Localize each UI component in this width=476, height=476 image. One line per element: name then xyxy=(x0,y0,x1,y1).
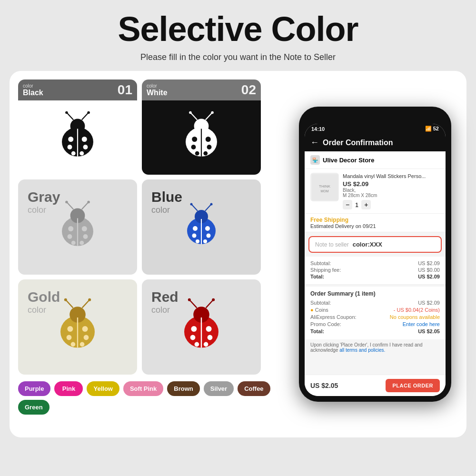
svg-line-35 xyxy=(67,203,73,209)
note-value: color:XXX xyxy=(353,241,382,248)
total-label: Total: xyxy=(310,274,324,279)
terms-link[interactable]: all terms and policies. xyxy=(339,347,385,353)
svg-point-6 xyxy=(83,145,88,149)
color-circle-yellow[interactable]: Yellow xyxy=(87,381,119,396)
svg-point-59 xyxy=(71,342,76,347)
middle-color-row: Gray color xyxy=(18,179,285,275)
svg-point-71 xyxy=(208,335,213,340)
svg-point-25 xyxy=(211,111,214,114)
product-row: THINK MOM Mandala vinyl Wall Stickers Pe… xyxy=(305,169,446,214)
color-card-blue[interactable]: Blue color xyxy=(142,179,261,275)
svg-line-61 xyxy=(66,300,73,308)
red-small-text: color xyxy=(151,305,178,315)
note-box[interactable]: Note to seller color:XXX xyxy=(308,236,442,253)
right-panel: 14:10 📶 52 ← Order Confirmation 🏪 Ulive … xyxy=(292,79,458,429)
black-ladybug xyxy=(51,110,104,165)
delivery-text: Estimated Delivery on 09/21 xyxy=(310,223,440,229)
product-price: US $2.09 xyxy=(343,180,440,188)
gray-text: Gray color xyxy=(28,189,60,215)
subtotal-label: Subtotal: xyxy=(310,260,331,266)
os-coins-value: - US $0.04(2 Coins) xyxy=(394,307,440,313)
red-text: Red color xyxy=(151,289,178,315)
color-card-gray[interactable]: Gray color xyxy=(18,179,137,275)
svg-point-44 xyxy=(192,234,197,238)
svg-point-47 xyxy=(203,239,207,243)
status-signal: 📶 52 xyxy=(425,126,439,132)
status-time: 14:10 xyxy=(311,126,325,132)
svg-point-64 xyxy=(88,298,91,301)
note-label: Note to seller xyxy=(315,241,349,248)
qty-number: 1 xyxy=(355,201,358,208)
blue-text: Blue color xyxy=(151,189,182,215)
color-circle-soft-pink[interactable]: Soft Pink xyxy=(123,381,163,396)
footer-total: US $2.05 xyxy=(310,382,338,389)
svg-point-70 xyxy=(190,335,196,340)
svg-point-69 xyxy=(206,326,212,332)
svg-point-45 xyxy=(207,234,211,238)
color-card-white[interactable]: color White 02 xyxy=(142,79,261,175)
os-promo-label: Promo Code: xyxy=(310,321,341,327)
total-row: Total: US $2.09 xyxy=(310,274,440,279)
color-circle-purple[interactable]: Purple xyxy=(18,381,50,396)
store-bar: 🏪 Ulive Decor Store xyxy=(305,151,446,169)
color-circle-green[interactable]: Green xyxy=(18,400,50,415)
color-card-gold[interactable]: Gold color xyxy=(18,279,137,375)
svg-point-33 xyxy=(71,241,76,245)
summary-section: Subtotal: US $2.09 Shipping fee: US $0.0… xyxy=(305,257,446,285)
gold-small-text: color xyxy=(28,305,60,315)
blue-ladybug xyxy=(178,202,225,252)
os-coupon-label: AliExpress Coupon: xyxy=(310,314,357,320)
color-circle-coffee[interactable]: Coffee xyxy=(238,381,270,396)
product-thumbnail: THINK MOM xyxy=(310,173,339,201)
bottom-color-row: Gold color xyxy=(18,279,285,375)
back-arrow-icon[interactable]: ← xyxy=(310,138,319,148)
red-big-text: Red xyxy=(151,289,178,305)
color-card-black[interactable]: color Black 01 xyxy=(18,79,137,175)
black-color-label: color xyxy=(23,83,43,89)
svg-point-38 xyxy=(87,201,90,204)
black-card-header: color Black 01 xyxy=(18,79,137,100)
os-total-value: US $2.05 xyxy=(418,328,440,334)
subtotal-row: Subtotal: US $2.09 xyxy=(310,260,440,266)
qty-row: − 1 + xyxy=(343,200,440,209)
qty-plus-btn[interactable]: + xyxy=(361,200,371,209)
white-color-label: color xyxy=(147,83,168,89)
svg-point-60 xyxy=(80,342,85,347)
qty-minus-btn[interactable]: − xyxy=(343,200,352,209)
svg-line-37 xyxy=(82,203,88,209)
svg-point-34 xyxy=(79,241,84,245)
white-card-number: 02 xyxy=(241,82,256,98)
shipping-fee-value: US $0.00 xyxy=(418,267,440,273)
phone-footer: US $2.05 PLACE ORDER xyxy=(305,375,446,396)
svg-line-76 xyxy=(206,300,213,308)
red-ladybug xyxy=(173,298,230,357)
top-color-row: color Black 01 xyxy=(18,79,285,175)
phone-header-title: Order Confirmation xyxy=(323,139,393,147)
color-circle-silver[interactable]: Silver xyxy=(204,381,234,396)
free-shipping-label: Free Shipping xyxy=(310,217,440,223)
color-circle-brown[interactable]: Brown xyxy=(167,381,199,396)
svg-point-43 xyxy=(205,226,210,231)
svg-point-32 xyxy=(83,234,88,239)
black-card-body xyxy=(18,100,137,175)
white-ladybug xyxy=(175,110,228,165)
gray-small-text: color xyxy=(28,205,60,215)
terms-text: Upon clicking 'Place Order', I confirm I… xyxy=(305,339,446,356)
place-order-button[interactable]: PLACE ORDER xyxy=(386,379,440,392)
page-subtitle: Please fill in the color you want in the… xyxy=(140,52,336,62)
svg-point-77 xyxy=(212,298,215,301)
color-circle-pink[interactable]: Pink xyxy=(54,381,83,396)
phone-screen: 14:10 📶 52 ← Order Confirmation 🏪 Ulive … xyxy=(305,124,446,396)
gray-big-text: Gray xyxy=(28,189,60,205)
product-variant: Black, M 28cm X 28cm xyxy=(343,188,440,198)
gold-big-text: Gold xyxy=(28,289,60,305)
product-name: Mandala vinyl Wall Stickers Perso... xyxy=(343,173,440,179)
blue-small-text: color xyxy=(151,205,182,215)
svg-point-3 xyxy=(68,137,73,142)
svg-point-75 xyxy=(188,298,191,301)
white-header-left: color White xyxy=(147,83,168,97)
phone-notch xyxy=(351,112,399,122)
svg-point-5 xyxy=(68,145,72,149)
color-card-red[interactable]: Red color xyxy=(142,279,261,375)
svg-point-20 xyxy=(195,151,199,156)
